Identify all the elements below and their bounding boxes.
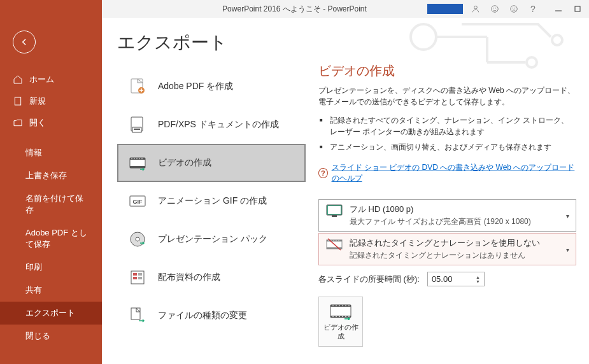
export-item-handout[interactable]: 配布資料の作成 — [117, 258, 306, 297]
account-icon[interactable] — [469, 3, 482, 15]
svg-rect-20 — [130, 166, 145, 168]
svg-point-59 — [332, 316, 334, 318]
help-link[interactable]: スライド ショー ビデオの DVD への書き込みや Web へのアップロードのヘ… — [332, 162, 576, 184]
svg-point-48 — [338, 241, 339, 241]
quality-line2: 最大ファイル サイズおよび完全高画質 (1920 x 1080) — [350, 216, 569, 227]
changetype-icon — [127, 305, 148, 326]
detail-bullets: 記録されたすべてのタイミング、ナレーション、インク ストローク、レーザー ポイン… — [318, 113, 576, 155]
sidebar-item-new[interactable]: 新規 — [0, 90, 102, 112]
duration-input[interactable]: 05.00 ▲▼ — [427, 272, 485, 286]
narration-dropdown[interactable]: 記録されたタイミングとナレーションを使用しない 記録されたタイミングとナレーショ… — [318, 233, 576, 265]
back-button[interactable] — [13, 31, 36, 53]
sidebar-item-home[interactable]: ホーム — [0, 69, 102, 90]
sidebar-label: ホーム — [29, 74, 54, 85]
export-label: Adobe PDF を作成 — [158, 81, 233, 92]
adobe-pdf-icon — [127, 76, 148, 97]
export-detail-column: ビデオの作成 プレゼンテーションを、ディスクへの書き込みや Web へのアップロ… — [312, 18, 589, 364]
help-icon[interactable]: ? — [527, 3, 539, 15]
export-item-package[interactable]: プレゼンテーション パック — [117, 220, 306, 258]
sidebar-item-export[interactable]: エクスポート — [0, 302, 102, 325]
sidebar-label: 情報 — [25, 147, 42, 158]
export-item-gif[interactable]: GIF アニメーション GIF の作成 — [117, 182, 306, 220]
svg-point-60 — [336, 316, 337, 318]
export-label: プレゼンテーション パック — [158, 234, 267, 245]
sidebar-item-save[interactable]: 上書き保存 — [0, 164, 102, 187]
sidebar-label: エクスポート — [25, 307, 75, 319]
svg-point-57 — [345, 305, 346, 307]
sidebar-label: 共有 — [25, 284, 42, 296]
narration-line1: 記録されたタイミングとナレーションを使用しない — [350, 237, 569, 249]
face-sad-icon[interactable] — [507, 3, 520, 15]
sidebar-label: 新規 — [29, 95, 46, 107]
svg-point-54 — [336, 305, 337, 307]
svg-rect-32 — [133, 277, 137, 279]
svg-point-55 — [339, 305, 340, 307]
svg-point-58 — [348, 305, 350, 307]
export-options-column: エクスポート Adobe PDF を作成 PDF/XPS ドキュメントの作成 ビ… — [102, 18, 312, 364]
svg-rect-37 — [131, 308, 140, 319]
quality-line1: フル HD (1080 p) — [350, 204, 569, 215]
svg-point-6 — [514, 8, 515, 9]
svg-point-63 — [345, 316, 346, 318]
svg-point-29 — [136, 237, 139, 241]
new-icon — [13, 96, 23, 106]
svg-point-53 — [332, 305, 334, 307]
video-create-icon — [329, 302, 352, 320]
duration-label: 各スライドの所要時間 (秒): — [318, 274, 420, 285]
bullet-item: 記録されたすべてのタイミング、ナレーション、インク ストローク、レーザー ポイン… — [330, 113, 576, 139]
video-icon — [127, 153, 148, 173]
titlebar: PowerPoint 2016 へようこそ - PowerPoint ? — [0, 0, 589, 18]
question-icon: ? — [318, 168, 328, 178]
svg-rect-40 — [332, 215, 337, 217]
sidebar-item-info[interactable]: 情報 — [0, 141, 102, 164]
sidebar-label: 上書き保存 — [25, 170, 67, 181]
spinner-icon[interactable]: ▲▼ — [476, 275, 480, 284]
content-area: エクスポート Adobe PDF を作成 PDF/XPS ドキュメントの作成 ビ… — [102, 18, 589, 364]
svg-point-4 — [511, 6, 518, 13]
export-item-adobepdf[interactable]: Adobe PDF を作成 — [117, 67, 306, 106]
page-title: エクスポート — [117, 31, 306, 55]
svg-point-2 — [493, 8, 494, 9]
svg-rect-9 — [15, 97, 20, 105]
export-label: ビデオの作成 — [158, 157, 211, 169]
sidebar-item-adobepdf[interactable]: Adobe PDF として保存 — [0, 221, 102, 256]
sidebar-label: 閉じる — [25, 330, 50, 342]
open-icon — [13, 118, 23, 128]
detail-title: ビデオの作成 — [318, 62, 576, 80]
sidebar-item-print[interactable]: 印刷 — [0, 256, 102, 279]
export-label: 配布資料の作成 — [158, 272, 220, 283]
svg-rect-39 — [328, 206, 341, 214]
create-video-button[interactable]: ビデオの作成 — [318, 297, 363, 347]
sidebar-item-open[interactable]: 開く — [0, 112, 102, 134]
export-item-video[interactable]: ビデオの作成 — [117, 144, 306, 182]
sidebar-label: Adobe PDF として保存 — [25, 227, 89, 250]
svg-point-25 — [141, 158, 143, 160]
export-item-pdfxps[interactable]: PDF/XPS ドキュメントの作成 — [117, 106, 306, 144]
svg-text:GIF: GIF — [133, 199, 143, 205]
backstage-sidebar: ホーム 新規 開く 情報 上書き保存 名前を付けて保存 Adobe PDF とし… — [0, 18, 102, 364]
export-label: ファイルの種類の変更 — [158, 310, 247, 321]
svg-point-22 — [134, 158, 135, 160]
maximize-icon[interactable] — [571, 3, 584, 15]
quality-dropdown[interactable]: フル HD (1080 p) 最大ファイル サイズおよび完全高画質 (1920 … — [318, 199, 576, 232]
slide-duration-row: 各スライドの所要時間 (秒): 05.00 ▲▼ — [318, 272, 576, 286]
sidebar-item-share[interactable]: 共有 — [0, 279, 102, 302]
svg-point-0 — [474, 6, 478, 9]
filmstrip-icon — [325, 237, 343, 253]
face-happy-icon[interactable] — [488, 3, 501, 15]
svg-point-5 — [513, 8, 513, 9]
sidebar-item-saveas[interactable]: 名前を付けて保存 — [0, 187, 102, 221]
svg-rect-8 — [575, 6, 580, 11]
minimize-icon[interactable] — [552, 3, 565, 15]
svg-point-1 — [492, 6, 499, 13]
svg-point-64 — [348, 316, 350, 318]
sidebar-item-close[interactable]: 閉じる — [0, 325, 102, 347]
create-button-label: ビデオの作成 — [322, 323, 360, 341]
svg-point-24 — [139, 158, 140, 160]
narration-line2: 記録されたタイミングとナレーションはありません — [350, 250, 569, 261]
chevron-down-icon: ▾ — [566, 246, 569, 253]
user-badge[interactable] — [427, 4, 463, 14]
export-item-changetype[interactable]: ファイルの種類の変更 — [117, 297, 306, 335]
home-icon — [13, 74, 23, 85]
svg-point-3 — [495, 8, 496, 9]
